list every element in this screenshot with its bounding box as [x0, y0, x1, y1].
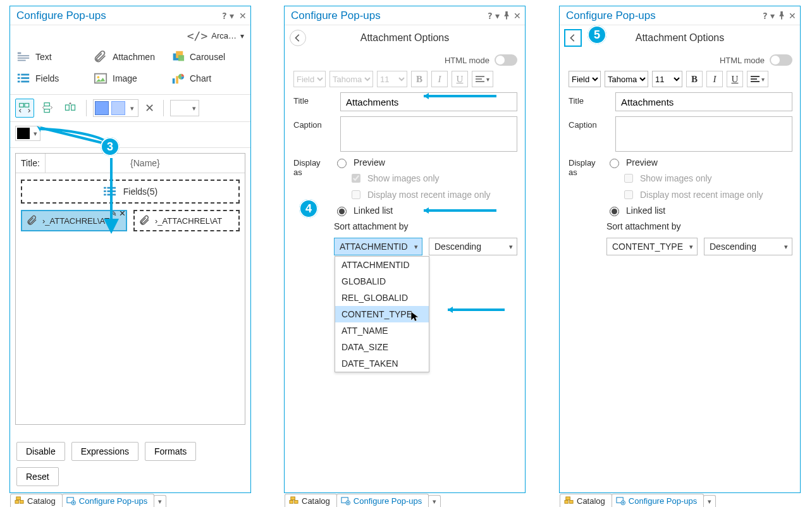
close-icon[interactable]: ✕ [239, 11, 247, 20]
title-input[interactable] [340, 92, 517, 111]
title-label: Title [293, 92, 334, 106]
italic-button[interactable]: I [431, 71, 448, 87]
window-menu-icon[interactable]: ▾ [495, 11, 500, 20]
element-carousel[interactable]: Carousel [171, 47, 244, 66]
checkbox-recent-only[interactable]: Display most recent image only [349, 188, 517, 201]
pencil-icon[interactable]: ✎ [110, 210, 117, 218]
element-chart[interactable]: Chart [171, 69, 244, 88]
pin-icon[interactable] [777, 11, 786, 21]
svg-rect-41 [565, 501, 569, 504]
help-icon[interactable]: ? [763, 11, 768, 20]
align-button[interactable]: ▾ [472, 71, 493, 87]
svg-rect-26 [104, 190, 106, 192]
sort-order-combo[interactable]: Descending [429, 238, 517, 255]
radio-linked-list[interactable]: Linked list [334, 205, 517, 216]
sort-option[interactable]: GLOBALID [335, 273, 429, 290]
checkbox-recent-only[interactable]: Display most recent image only [622, 188, 792, 201]
caption-input[interactable] [615, 116, 792, 152]
field-select[interactable]: Field [293, 71, 326, 87]
radio-preview[interactable]: Preview [606, 157, 792, 168]
tab-overflow[interactable]: ▾ [154, 495, 166, 507]
sort-option[interactable]: ATTACHMENTID [335, 257, 429, 273]
tab-configure-popups[interactable]: Configure Pop-ups [612, 494, 704, 507]
window-menu-icon[interactable]: ▾ [770, 11, 775, 20]
layout-swap-button[interactable] [61, 99, 80, 118]
element-fields[interactable]: Fields [16, 69, 90, 88]
pin-icon[interactable] [502, 11, 511, 21]
tab-catalog[interactable]: Catalog [285, 494, 337, 507]
help-icon[interactable]: ? [222, 11, 227, 20]
svg-rect-30 [16, 497, 21, 500]
svg-rect-7 [18, 74, 20, 76]
checkbox-show-images[interactable]: Show images only [622, 172, 792, 185]
arcade-picker[interactable]: </> Arca… ▾ [10, 25, 250, 44]
font-select[interactable]: Tahoma [329, 71, 373, 87]
display-as-label: Display as [293, 157, 328, 177]
underline-button[interactable]: U [452, 71, 468, 87]
close-icon[interactable]: ✕ [789, 11, 796, 20]
svg-rect-15 [173, 78, 175, 83]
font-size-select[interactable]: 11 [652, 71, 682, 87]
font-select[interactable]: Tahoma [605, 71, 648, 87]
tab-overflow[interactable]: ▾ [703, 495, 716, 507]
close-icon[interactable]: ✕ [119, 210, 126, 218]
title-input[interactable] [615, 92, 792, 111]
radio-preview[interactable]: Preview [334, 157, 517, 168]
radio-linked-list[interactable]: Linked list [606, 205, 792, 216]
text-color-picker[interactable]: ▾ [15, 126, 40, 141]
html-mode-toggle[interactable] [770, 54, 792, 66]
close-icon[interactable]: ✕ [514, 11, 521, 20]
fields-chip[interactable]: Fields(5) [21, 180, 240, 204]
sort-option[interactable]: DATA_SIZE [335, 339, 429, 355]
tab-overflow[interactable]: ▾ [428, 495, 441, 507]
callout-4: 4 [299, 199, 318, 218]
svg-rect-36 [290, 501, 293, 504]
title-label: Title: [16, 154, 45, 172]
svg-rect-18 [20, 104, 24, 107]
italic-button[interactable]: I [706, 71, 723, 87]
svg-rect-0 [18, 52, 21, 54]
html-mode-toggle[interactable] [495, 54, 517, 66]
sort-label: Sort attachment by [606, 221, 792, 231]
align-button[interactable]: ▾ [747, 71, 768, 87]
caption-input[interactable] [340, 116, 517, 152]
expressions-button[interactable]: Expressions [71, 442, 138, 461]
tab-catalog[interactable]: Catalog [10, 494, 63, 507]
formats-button[interactable]: Formats [145, 442, 196, 461]
title-input[interactable] [45, 154, 245, 173]
attachment-chip-a[interactable]: ›_ATTACHREL\AT ✎ ✕ [21, 210, 127, 231]
reset-button[interactable]: Reset [16, 467, 59, 486]
checkbox-show-images[interactable]: Show images only [349, 172, 517, 185]
bold-button[interactable]: B [686, 71, 703, 87]
sort-field-combo[interactable]: CONTENT_TYPE [606, 238, 698, 255]
color-pair-picker[interactable]: ▾ [93, 99, 138, 117]
help-icon[interactable]: ? [488, 11, 493, 20]
attachment-chip-b[interactable]: ›_ATTACHREL\AT [133, 210, 240, 231]
style-dropdown[interactable]: ▾ [170, 100, 199, 116]
tab-configure-popups[interactable]: Configure Pop-ups [62, 494, 154, 507]
html-mode-label: HTML mode [445, 56, 489, 65]
sort-option[interactable]: ATT_NAME [335, 322, 429, 339]
bold-button[interactable]: B [411, 71, 428, 87]
window-menu-icon[interactable]: ▾ [230, 11, 234, 20]
svg-rect-12 [21, 81, 29, 83]
svg-rect-21 [44, 109, 49, 113]
sort-order-combo[interactable]: Descending [704, 238, 792, 255]
tab-catalog[interactable]: Catalog [560, 494, 612, 507]
clear-icon[interactable]: ✕ [142, 101, 157, 115]
sort-field-combo[interactable]: ATTACHMENTID ATTACHMENTIDGLOBALIDREL_GLO… [334, 238, 422, 255]
sort-option[interactable]: REL_GLOBALID [335, 290, 429, 306]
layout-side-by-side-button[interactable] [15, 99, 34, 118]
svg-rect-1 [18, 55, 29, 56]
underline-button[interactable]: U [727, 71, 743, 87]
popup-preview: Title: Fields(5) ›_ATTACHREL\AT ✎ ✕ ›_AT… [15, 153, 245, 425]
element-text[interactable]: Text [16, 47, 90, 66]
layout-stack-button[interactable] [38, 99, 57, 118]
element-attachments[interactable]: Attachmen [94, 47, 167, 66]
element-image[interactable]: Image [94, 69, 167, 88]
sort-option[interactable]: DATE_TAKEN [335, 355, 429, 372]
font-size-select[interactable]: 11 [377, 71, 407, 87]
field-select[interactable]: Field [569, 71, 601, 87]
tab-configure-popups[interactable]: Configure Pop-ups [336, 494, 429, 507]
disable-button[interactable]: Disable [16, 442, 65, 461]
